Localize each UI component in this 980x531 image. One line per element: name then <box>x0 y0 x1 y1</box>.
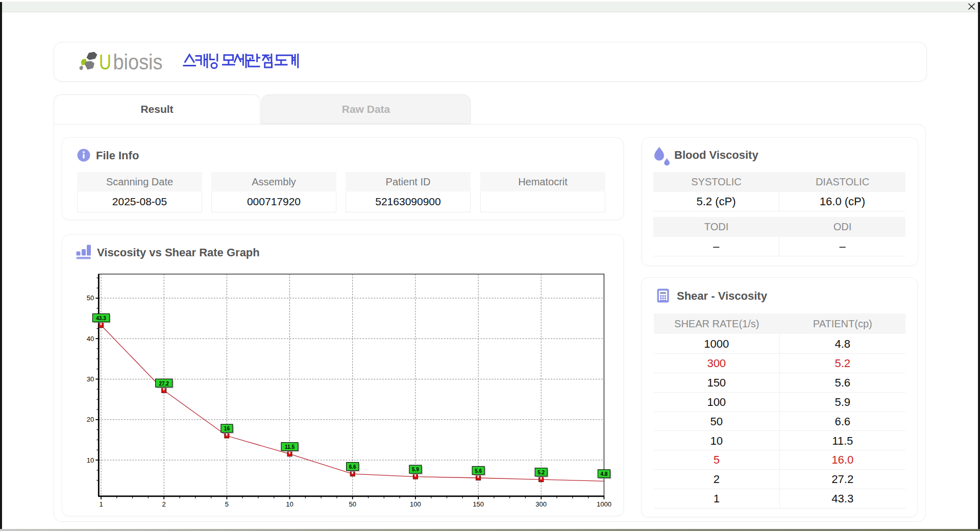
svg-text:1: 1 <box>99 500 103 508</box>
svg-text:6.6: 6.6 <box>349 464 356 470</box>
svg-text:16: 16 <box>224 426 230 431</box>
svg-text:U: U <box>99 50 111 74</box>
svg-text:1000: 1000 <box>597 500 611 508</box>
svg-text:43.3: 43.3 <box>96 316 106 321</box>
svg-text:150: 150 <box>473 500 484 508</box>
svg-text:50: 50 <box>349 500 356 508</box>
svg-text:5.6: 5.6 <box>475 468 482 474</box>
svg-text:10: 10 <box>87 456 94 464</box>
svg-text:300: 300 <box>535 500 547 508</box>
svg-text:5: 5 <box>225 500 229 508</box>
svg-text:biosis: biosis <box>113 50 163 74</box>
svg-text:50: 50 <box>87 294 94 302</box>
svg-text:40: 40 <box>87 335 94 343</box>
svg-text:100: 100 <box>410 500 421 508</box>
svg-text:10: 10 <box>286 500 293 508</box>
svg-text:20: 20 <box>87 416 94 423</box>
svg-text:4.8: 4.8 <box>600 471 607 477</box>
svg-text:5.9: 5.9 <box>412 467 419 472</box>
svg-text:27.2: 27.2 <box>159 381 169 387</box>
svg-text:2: 2 <box>162 500 166 508</box>
svg-text:11.5: 11.5 <box>285 444 295 450</box>
svg-text:30: 30 <box>87 375 94 383</box>
svg-text:5.2: 5.2 <box>537 470 545 475</box>
